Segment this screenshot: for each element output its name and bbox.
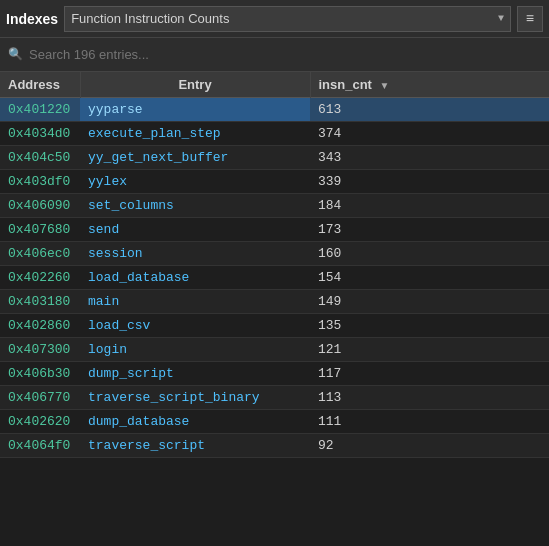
- search-icon: 🔍: [8, 47, 23, 62]
- sort-desc-icon: ▼: [380, 80, 390, 91]
- table-row[interactable]: 0x407300login121: [0, 338, 549, 362]
- table-container: Address Entry insn_cnt ▼ 0x401220yyparse…: [0, 72, 549, 546]
- cell-entry: yy_get_next_buffer: [80, 146, 310, 170]
- table-row[interactable]: 0x406770traverse_script_binary113: [0, 386, 549, 410]
- cell-address: 0x404c50: [0, 146, 80, 170]
- cell-entry: send: [80, 218, 310, 242]
- cell-insn-cnt: 113: [310, 386, 549, 410]
- search-bar: 🔍: [0, 38, 549, 72]
- page-title: Indexes: [6, 11, 58, 27]
- search-input[interactable]: [29, 47, 541, 62]
- table-row[interactable]: 0x407680send173: [0, 218, 549, 242]
- cell-entry: dump_script: [80, 362, 310, 386]
- cell-insn-cnt: 92: [310, 434, 549, 458]
- cell-entry: dump_database: [80, 410, 310, 434]
- cell-insn-cnt: 135: [310, 314, 549, 338]
- cell-entry: yyparse: [80, 98, 310, 122]
- cell-insn-cnt: 121: [310, 338, 549, 362]
- menu-button[interactable]: ≡: [517, 6, 543, 32]
- table-row[interactable]: 0x403df0yylex339: [0, 170, 549, 194]
- cell-address: 0x403180: [0, 290, 80, 314]
- cell-insn-cnt: 160: [310, 242, 549, 266]
- cell-address: 0x406b30: [0, 362, 80, 386]
- table-row[interactable]: 0x402620dump_database111: [0, 410, 549, 434]
- cell-entry: set_columns: [80, 194, 310, 218]
- cell-entry: session: [80, 242, 310, 266]
- index-dropdown[interactable]: Function Instruction Counts ▼: [64, 6, 511, 32]
- table-row[interactable]: 0x4064f0traverse_script92: [0, 434, 549, 458]
- table-row[interactable]: 0x404c50yy_get_next_buffer343: [0, 146, 549, 170]
- cell-entry: yylex: [80, 170, 310, 194]
- cell-insn-cnt: 154: [310, 266, 549, 290]
- cell-entry: login: [80, 338, 310, 362]
- cell-insn-cnt: 173: [310, 218, 549, 242]
- cell-address: 0x4064f0: [0, 434, 80, 458]
- cell-insn-cnt: 111: [310, 410, 549, 434]
- cell-address: 0x4034d0: [0, 122, 80, 146]
- cell-entry: execute_plan_step: [80, 122, 310, 146]
- cell-address: 0x406ec0: [0, 242, 80, 266]
- table-row[interactable]: 0x406090set_columns184: [0, 194, 549, 218]
- header-bar: Indexes Function Instruction Counts ▼ ≡: [0, 0, 549, 38]
- cell-address: 0x407680: [0, 218, 80, 242]
- cell-insn-cnt: 149: [310, 290, 549, 314]
- table-row[interactable]: 0x402860load_csv135: [0, 314, 549, 338]
- cell-address: 0x403df0: [0, 170, 80, 194]
- table-row[interactable]: 0x4034d0execute_plan_step374: [0, 122, 549, 146]
- col-header-insn-cnt[interactable]: insn_cnt ▼: [310, 72, 549, 98]
- cell-entry: main: [80, 290, 310, 314]
- table-row[interactable]: 0x403180main149: [0, 290, 549, 314]
- cell-address: 0x406770: [0, 386, 80, 410]
- cell-entry: load_database: [80, 266, 310, 290]
- cell-address: 0x401220: [0, 98, 80, 122]
- cell-insn-cnt: 117: [310, 362, 549, 386]
- table-row[interactable]: 0x406b30dump_script117: [0, 362, 549, 386]
- cell-insn-cnt: 343: [310, 146, 549, 170]
- table-wrapper: Address Entry insn_cnt ▼ 0x401220yyparse…: [0, 72, 549, 546]
- cell-address: 0x407300: [0, 338, 80, 362]
- cell-insn-cnt: 184: [310, 194, 549, 218]
- cell-address: 0x406090: [0, 194, 80, 218]
- table-body: 0x401220yyparse6130x4034d0execute_plan_s…: [0, 98, 549, 458]
- cell-address: 0x402860: [0, 314, 80, 338]
- cell-address: 0x402260: [0, 266, 80, 290]
- cell-entry: traverse_script: [80, 434, 310, 458]
- col-header-entry[interactable]: Entry: [80, 72, 310, 98]
- cell-address: 0x402620: [0, 410, 80, 434]
- menu-icon: ≡: [526, 11, 534, 27]
- table-row[interactable]: 0x402260load_database154: [0, 266, 549, 290]
- chevron-down-icon: ▼: [498, 13, 504, 24]
- col-header-address[interactable]: Address: [0, 72, 80, 98]
- cell-entry: traverse_script_binary: [80, 386, 310, 410]
- dropdown-label: Function Instruction Counts: [71, 11, 498, 26]
- cell-insn-cnt: 374: [310, 122, 549, 146]
- cell-entry: load_csv: [80, 314, 310, 338]
- table-row[interactable]: 0x406ec0session160: [0, 242, 549, 266]
- table-header-row: Address Entry insn_cnt ▼: [0, 72, 549, 98]
- table-row[interactable]: 0x401220yyparse613: [0, 98, 549, 122]
- cell-insn-cnt: 339: [310, 170, 549, 194]
- data-table: Address Entry insn_cnt ▼ 0x401220yyparse…: [0, 72, 549, 458]
- cell-insn-cnt: 613: [310, 98, 549, 122]
